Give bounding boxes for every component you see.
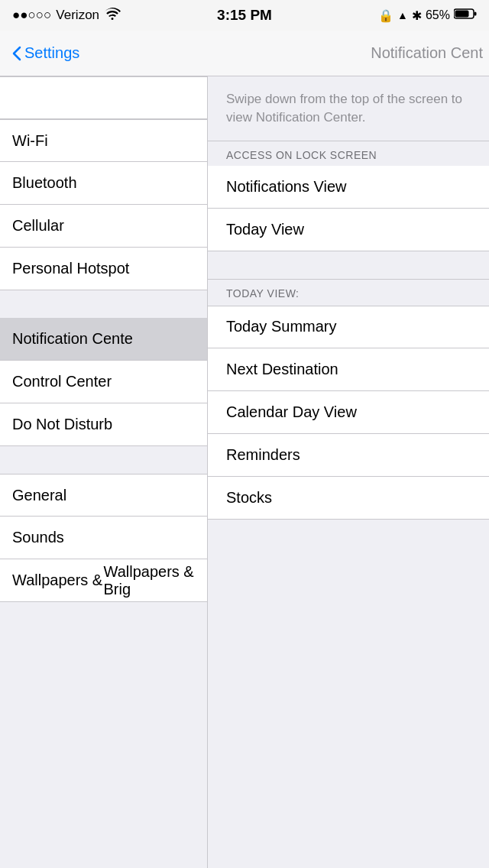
- back-button[interactable]: Settings: [0, 44, 92, 62]
- notification-center-info: Swipe down from the top of the screen to…: [208, 76, 489, 141]
- sidebar-item-cellular[interactable]: Cellular: [0, 205, 207, 248]
- right-item-notifications-view[interactable]: Notifications View: [208, 166, 489, 209]
- sidebar-item-notification-center[interactable]: Notification Cente: [0, 318, 207, 361]
- right-item-stocks[interactable]: Stocks: [208, 477, 489, 520]
- right-item-next-destination[interactable]: Next Destination: [208, 348, 489, 391]
- today-view-header: TODAY VIEW:: [208, 279, 489, 306]
- sidebar-item-label: General: [12, 487, 66, 504]
- bluetooth-text: ✱: [412, 8, 422, 23]
- sidebar-item-label: Cellular: [12, 217, 64, 235]
- right-panel: Swipe down from the top of the screen to…: [208, 76, 489, 868]
- svg-rect-1: [474, 12, 477, 16]
- sidebar-item-partial[interactable]: [0, 76, 207, 119]
- right-item-label: Notifications View: [226, 178, 346, 196]
- battery-icon: [454, 8, 477, 23]
- sidebar-item-bluetooth[interactable]: Bluetooth: [0, 162, 207, 205]
- status-bar: ●●○○○ Verizon 3:15 PM 🔒 ▲ ✱ 65%: [0, 0, 489, 31]
- info-text: Swipe down from the top of the screen to…: [226, 92, 462, 125]
- battery-percent: 65%: [426, 8, 450, 22]
- svg-rect-2: [455, 11, 469, 18]
- nav-bar: Settings Notification Cent: [0, 31, 489, 76]
- sidebar-item-general[interactable]: General: [0, 474, 207, 517]
- status-left: ●●○○○ Verizon: [12, 8, 121, 24]
- wifi-icon: [104, 8, 121, 24]
- sidebar-item-label: Personal Hotspot: [12, 260, 129, 277]
- right-item-calendar-day-view[interactable]: Calendar Day View: [208, 391, 489, 434]
- location-icon: ▲: [397, 9, 408, 21]
- back-label: Settings: [24, 44, 79, 62]
- sidebar-item-label: Bluetooth: [12, 174, 77, 192]
- sidebar-item-label: Wallpapers & Brig: [12, 572, 104, 589]
- right-item-today-summary[interactable]: Today Summary: [208, 306, 489, 348]
- left-sidebar: Wi-Fi Bluetooth Cellular Personal Hotspo…: [0, 76, 208, 868]
- status-right: 🔒 ▲ ✱ 65%: [378, 8, 477, 23]
- sidebar-item-control-center[interactable]: Control Center: [0, 361, 207, 403]
- sidebar-item-label: Notification Cente: [12, 330, 133, 348]
- lock-icon: 🔒: [378, 8, 393, 23]
- right-item-label: Today Summary: [226, 318, 337, 335]
- sidebar-item-label: Wi-Fi: [12, 132, 48, 150]
- status-time: 3:15 PM: [217, 7, 272, 24]
- sidebar-separator-1: [0, 290, 207, 318]
- sidebar-item-label: Do Not Disturb: [12, 416, 112, 433]
- right-separator: [208, 251, 489, 279]
- right-item-label: Stocks: [226, 489, 272, 507]
- right-item-label: Reminders: [226, 446, 300, 464]
- sidebar-separator-2: [0, 446, 207, 474]
- content-area: Wi-Fi Bluetooth Cellular Personal Hotspo…: [0, 76, 489, 868]
- sidebar-item-sounds[interactable]: Sounds: [0, 517, 207, 559]
- sidebar-item-wifi[interactable]: Wi-Fi: [0, 119, 207, 162]
- right-item-reminders[interactable]: Reminders: [208, 434, 489, 477]
- sidebar-item-do-not-disturb[interactable]: Do Not Disturb: [0, 403, 207, 446]
- signal-dots: ●●○○○: [12, 8, 51, 23]
- sidebar-item-label: Sounds: [12, 529, 64, 546]
- right-item-label: Calendar Day View: [226, 403, 357, 421]
- sidebar-item-label: Control Center: [12, 373, 112, 390]
- nav-right-title: Notification Cent: [371, 44, 489, 62]
- carrier-label: Verizon: [56, 8, 99, 23]
- right-item-label: Today View: [226, 221, 304, 238]
- right-item-label: Next Destination: [226, 361, 338, 378]
- right-item-today-view[interactable]: Today View: [208, 209, 489, 251]
- lock-screen-header: ACCESS ON LOCK SCREEN: [208, 141, 489, 166]
- sidebar-item-personal-hotspot[interactable]: Personal Hotspot: [0, 248, 207, 290]
- sidebar-item-wallpapers[interactable]: Wallpapers & Brig Wallpapers & Brig: [0, 559, 207, 602]
